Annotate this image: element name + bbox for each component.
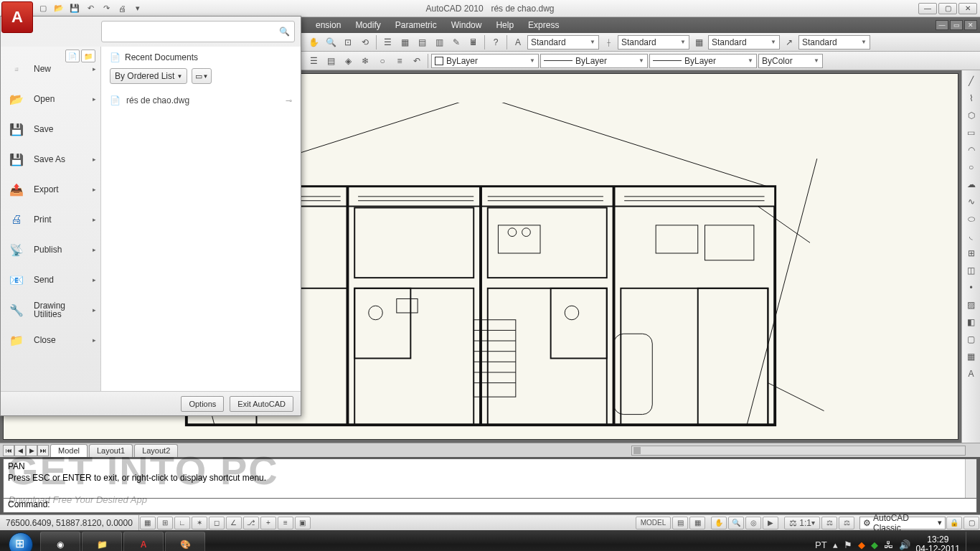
menu-parametric[interactable]: Parametric xyxy=(388,17,444,33)
qp-toggle[interactable]: ▣ xyxy=(295,517,311,529)
app-menu-save[interactable]: 💾Save xyxy=(1,114,100,144)
tab-layout2[interactable]: Layout2 xyxy=(134,444,178,457)
app-logo-button[interactable]: A xyxy=(1,1,33,33)
polyline-icon[interactable]: ⌇ xyxy=(963,90,979,106)
toolbar-lock-icon[interactable]: 🔒 xyxy=(946,517,962,529)
tray-security-icon[interactable]: ◆ xyxy=(871,540,878,550)
designcenter-icon[interactable]: ▦ xyxy=(397,34,413,50)
properties-icon[interactable]: ☰ xyxy=(380,34,395,50)
tray-app-icon[interactable]: ◆ xyxy=(858,540,865,550)
prev-tab-button[interactable]: ◀ xyxy=(14,445,26,456)
point-icon[interactable]: • xyxy=(963,280,979,296)
tray-show-hidden-icon[interactable]: ▴ xyxy=(833,540,838,550)
app-menu-new[interactable]: ▫️New▸ xyxy=(1,54,100,84)
grid-toggle[interactable]: ⊞ xyxy=(157,517,173,529)
taskbar-paint[interactable]: 🎨 xyxy=(165,532,205,551)
sheetset-icon[interactable]: ▥ xyxy=(431,34,447,50)
menu-dimension[interactable]: ension xyxy=(308,17,348,33)
dimstyle-combo[interactable]: Standard▼ xyxy=(618,35,689,50)
app-menu-utilities[interactable]: 🔧Drawing Utilities▸ xyxy=(1,295,100,325)
qat-redo-icon[interactable]: ↷ xyxy=(99,2,113,15)
window-close-button[interactable]: ✕ xyxy=(958,3,977,14)
menu-modify[interactable]: Modify xyxy=(348,17,387,33)
tray-network-icon[interactable]: 🖧 xyxy=(884,540,893,550)
layer-off-icon[interactable]: ○ xyxy=(374,53,390,69)
app-menu-send[interactable]: 📧Send▸ xyxy=(1,265,100,295)
pin-icon[interactable]: ⊸ xyxy=(286,96,292,105)
qat-open-icon[interactable]: 📂 xyxy=(52,2,66,15)
layer-prev-icon[interactable]: ↶ xyxy=(409,53,425,69)
ellipsearc-icon[interactable]: ◟ xyxy=(963,228,979,244)
textstyle-icon[interactable]: A xyxy=(510,34,526,50)
app-menu-search-input[interactable] xyxy=(106,27,279,37)
table-icon[interactable]: ▦ xyxy=(963,349,979,364)
qat-save-icon[interactable]: 💾 xyxy=(67,2,82,15)
layer-states-icon[interactable]: ▤ xyxy=(323,53,339,69)
clean-screen-icon[interactable]: ▢ xyxy=(963,517,979,529)
doc-restore-button[interactable]: ▭ xyxy=(950,20,963,30)
tray-language[interactable]: PT xyxy=(815,540,827,550)
quickview-drawings-icon[interactable]: ▦ xyxy=(689,517,705,529)
plotstyle-combo[interactable]: ByColor▼ xyxy=(758,54,823,68)
dyn-toggle[interactable]: + xyxy=(260,517,276,529)
layer-match-icon[interactable]: ≡ xyxy=(392,53,407,69)
spline-icon[interactable]: ∿ xyxy=(963,194,979,209)
tray-clock[interactable]: 13:29 04-12-2011 xyxy=(916,535,960,551)
polar-toggle[interactable]: ✶ xyxy=(192,517,207,529)
qat-undo-icon[interactable]: ↶ xyxy=(83,2,98,15)
app-menu-close[interactable]: 📁Close▸ xyxy=(1,325,100,355)
snap-toggle[interactable]: ▦ xyxy=(140,517,156,529)
ellipse-icon[interactable]: ⬭ xyxy=(963,211,979,227)
annotation-autoscale-icon[interactable]: ⚖ xyxy=(839,517,854,529)
help-icon[interactable]: ? xyxy=(488,34,504,50)
linetype-combo[interactable]: ByLayer▼ xyxy=(540,54,648,68)
region-icon[interactable]: ▢ xyxy=(963,331,979,347)
otrack-toggle[interactable]: ∠ xyxy=(226,517,242,529)
zoom-realtime-icon[interactable]: 🔍 xyxy=(323,34,339,50)
tablestyle-icon[interactable]: ▦ xyxy=(691,34,707,50)
rectangle-icon[interactable]: ▭ xyxy=(963,125,979,141)
window-maximize-button[interactable]: ▢ xyxy=(938,3,957,14)
layer-freeze-icon[interactable]: ❄ xyxy=(357,53,373,69)
revcloud-icon[interactable]: ☁ xyxy=(963,176,979,192)
last-tab-button[interactable]: ⏭ xyxy=(37,445,49,456)
pan-status-icon[interactable]: ✋ xyxy=(711,517,727,529)
hatch-icon[interactable]: ▨ xyxy=(963,297,979,313)
steering-wheel-icon[interactable]: ◎ xyxy=(745,517,761,529)
arc-icon[interactable]: ◠ xyxy=(963,142,979,158)
tab-model[interactable]: Model xyxy=(50,444,88,457)
tray-volume-icon[interactable]: 🔊 xyxy=(899,540,910,550)
app-menu-print[interactable]: 🖨Print▸ xyxy=(1,204,100,235)
layer-iso-icon[interactable]: ◈ xyxy=(340,53,356,69)
textstyle-combo[interactable]: Standard▼ xyxy=(527,35,599,50)
tablestyle-combo[interactable]: Standard▼ xyxy=(708,35,780,50)
command-history[interactable]: PAN Press ESC or ENTER to exit, or right… xyxy=(3,458,977,499)
options-button[interactable]: Options xyxy=(181,396,224,412)
zoom-previous-icon[interactable]: ⟲ xyxy=(357,34,373,50)
recent-sort-combo[interactable]: By Ordered List ▼ xyxy=(110,68,187,84)
command-input-row[interactable]: Command: xyxy=(3,499,977,513)
app-menu-saveas[interactable]: 💾Save As▸ xyxy=(1,144,100,174)
doc-close-button[interactable]: ✕ xyxy=(964,20,977,30)
toolpalette-icon[interactable]: ▤ xyxy=(414,34,430,50)
dimstyle-icon[interactable]: ⟊ xyxy=(600,34,616,50)
coordinates-readout[interactable]: 76500.6409, 51887.8120, 0.0000 xyxy=(0,515,139,530)
mleaderstyle-combo[interactable]: Standard▼ xyxy=(798,35,870,50)
qat-new-icon[interactable]: ▢ xyxy=(36,2,50,15)
osnap-toggle[interactable]: ◻ xyxy=(209,517,225,529)
annotation-visibility-icon[interactable]: ⚖ xyxy=(821,517,837,529)
layer-properties-icon[interactable]: ☰ xyxy=(306,53,321,69)
show-desktop-button[interactable] xyxy=(966,532,971,551)
annotation-scale[interactable]: ⚖1:1 ▾ xyxy=(784,517,820,529)
exit-button[interactable]: Exit AutoCAD xyxy=(230,396,293,412)
showmotion-icon[interactable]: ▶ xyxy=(763,517,778,529)
recent-file-item[interactable]: 📄 rés de chao.dwg ⊸ xyxy=(110,91,292,110)
taskbar-autocad[interactable]: A xyxy=(123,532,164,551)
zoom-status-icon[interactable]: 🔍 xyxy=(728,517,744,529)
command-vscroll[interactable] xyxy=(965,459,976,498)
tab-layout1[interactable]: Layout1 xyxy=(89,444,133,457)
zoom-window-icon[interactable]: ⊡ xyxy=(340,34,356,50)
gradient-icon[interactable]: ◧ xyxy=(963,314,979,330)
app-menu-search[interactable]: 🔍 xyxy=(101,21,295,42)
start-button[interactable] xyxy=(3,532,39,551)
